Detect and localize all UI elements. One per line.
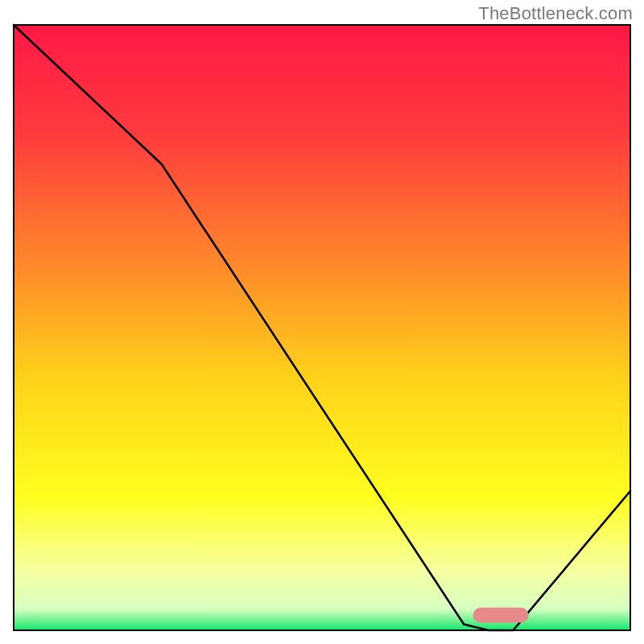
bottleneck-chart (0, 0, 644, 644)
plot-background (14, 25, 630, 630)
optimum-marker (473, 608, 529, 623)
